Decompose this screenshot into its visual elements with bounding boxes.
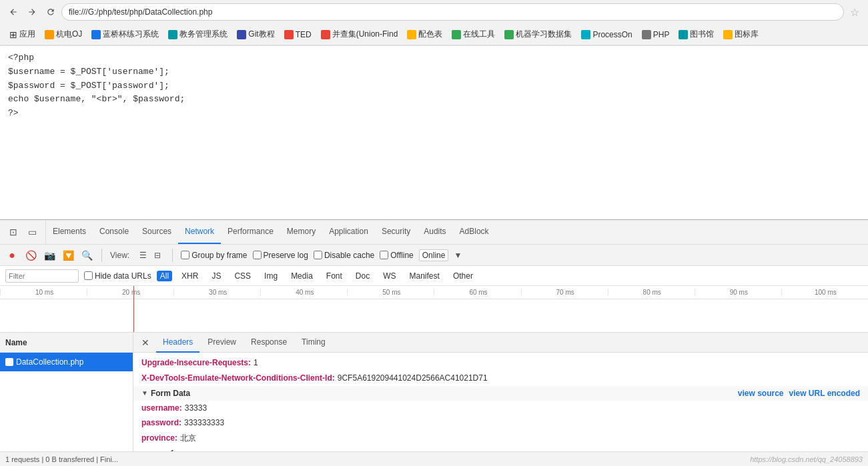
form-data-label: Form Data — [151, 389, 190, 398]
requests-count: 1 requests — [5, 455, 39, 463]
group-by-frame-checkbox[interactable] — [181, 251, 189, 259]
form-data-section-header[interactable]: ▼ Form Data view source view URL encoded — [133, 386, 868, 401]
bookmark-color[interactable]: 配色表 — [403, 27, 446, 42]
tab-performance[interactable]: Performance — [221, 220, 280, 244]
bookmark-ted[interactable]: TED — [280, 28, 316, 41]
header-upgrade-insecure: Upgrade-Insecure-Requests: 1 — [133, 355, 868, 371]
detail-tab-headers[interactable]: Headers — [156, 333, 199, 353]
detail-tab-response[interactable]: Response — [244, 333, 294, 353]
form-province-value: 北京 — [180, 433, 196, 444]
list-view-icon[interactable]: ☰ — [136, 249, 149, 262]
tab-network[interactable]: Network — [178, 220, 221, 244]
view-url-encoded-link[interactable]: view URL encoded — [789, 389, 860, 398]
bookmark-lanqiao[interactable]: 蓝桥杯练习系统 — [87, 27, 163, 42]
hide-data-urls-checkbox[interactable] — [84, 271, 93, 280]
bookmark-ml[interactable]: 机器学习数据集 — [500, 27, 576, 42]
disable-cache-text: Disable cache — [324, 251, 374, 260]
filter-type-doc[interactable]: Doc — [352, 271, 374, 281]
preserve-log-checkbox[interactable] — [253, 251, 262, 259]
disable-cache-checkbox[interactable] — [314, 251, 322, 259]
offline-label[interactable]: Offline — [380, 251, 413, 260]
filter-type-xhr[interactable]: XHR — [177, 271, 202, 281]
tick-5: 60 ms — [434, 289, 520, 296]
screenshot-button[interactable]: 📷 — [43, 249, 56, 262]
search-icon[interactable]: 🔍 — [80, 249, 93, 262]
preserve-log-label[interactable]: Preserve log — [253, 251, 308, 260]
bookmark-library[interactable]: 图书馆 — [675, 27, 718, 42]
filter-input[interactable] — [5, 269, 79, 283]
tab-elements[interactable]: Elements — [46, 220, 93, 244]
bookmark-tools-label: 在线工具 — [463, 29, 495, 40]
tab-console[interactable]: Console — [93, 220, 135, 244]
bookmark-ml-label: 机器学习数据集 — [516, 29, 572, 40]
filter-type-img[interactable]: Img — [260, 271, 282, 281]
bookmark-color-label: 配色表 — [418, 29, 442, 40]
transferred-size: 0 B transferred — [45, 455, 94, 463]
form-field-password: password: 333333333 — [133, 415, 868, 431]
bookmark-php[interactable]: PHP — [638, 28, 674, 41]
dropdown-arrow[interactable]: ▼ — [454, 251, 462, 260]
form-field-songs-1: songs: 1 — [133, 446, 868, 451]
offline-checkbox[interactable] — [380, 251, 388, 259]
close-detail-icon[interactable]: ✕ — [139, 336, 152, 349]
view-source-link[interactable]: view source — [738, 389, 784, 398]
devtools-tabs-row: ⊡ ▭ Elements Console Sources Network Per… — [0, 220, 868, 245]
tab-security[interactable]: Security — [375, 220, 417, 244]
bookmark-jiaowu[interactable]: 教务管理系统 — [164, 27, 232, 42]
filter-icon[interactable]: 🔽 — [61, 249, 75, 262]
offline-text: Offline — [390, 251, 413, 260]
back-button[interactable] — [5, 4, 21, 20]
forward-button[interactable] — [24, 4, 40, 20]
bookmark-jiaowu-label: 教务管理系统 — [179, 29, 228, 40]
tick-4: 50 ms — [347, 289, 434, 296]
tick-9: 100 ms — [781, 289, 868, 296]
bookmark-union[interactable]: 并查集(Union-Find — [317, 27, 402, 42]
detail-content: Upgrade-Insecure-Requests: 1 X-DevTools-… — [133, 353, 868, 451]
tab-audits[interactable]: Audits — [417, 220, 452, 244]
bookmark-library-label: 图书馆 — [690, 29, 714, 40]
timeline-body — [0, 299, 868, 333]
record-button[interactable]: ● — [5, 249, 19, 262]
tab-sources[interactable]: Sources — [135, 220, 178, 244]
form-field-province: province: 北京 — [133, 431, 868, 446]
bookmark-icons[interactable]: 图标库 — [719, 27, 763, 42]
tick-0: 10 ms — [0, 289, 87, 296]
bookmark-star[interactable]: ☆ — [847, 4, 863, 20]
filter-type-ws[interactable]: WS — [379, 271, 400, 281]
bookmark-hdoj[interactable]: 杭电OJ — [41, 27, 86, 42]
filter-type-media[interactable]: Media — [287, 271, 317, 281]
waterfall-view-icon[interactable]: ⊟ — [151, 249, 164, 262]
filter-type-font[interactable]: Font — [322, 271, 346, 281]
address-bar[interactable]: file:///G:/php/test/php/DataCollection.p… — [61, 3, 844, 21]
code-line-2: $username = $_POST['username']; — [8, 65, 860, 79]
hide-data-urls-label[interactable]: Hide data URLs — [84, 271, 151, 281]
filter-type-js[interactable]: JS — [207, 271, 225, 281]
filter-type-all[interactable]: All — [157, 271, 172, 281]
timeline: 10 ms 20 ms 30 ms 40 ms 50 ms 60 ms 70 m… — [0, 286, 868, 333]
separator — [101, 249, 102, 262]
bookmark-tools[interactable]: 在线工具 — [448, 27, 499, 42]
tab-memory[interactable]: Memory — [280, 220, 322, 244]
refresh-button[interactable] — [43, 4, 59, 20]
filter-type-css[interactable]: CSS — [230, 271, 255, 281]
detail-tab-preview[interactable]: Preview — [201, 333, 243, 353]
device-mode-icon[interactable]: ▭ — [24, 224, 40, 240]
bookmark-git[interactable]: Git教程 — [233, 27, 278, 42]
filter-bar: Hide data URLs All XHR JS CSS Img Media … — [0, 266, 868, 286]
filter-type-other[interactable]: Other — [449, 271, 477, 281]
group-by-frame-text: Group by frame — [191, 251, 247, 260]
filter-type-manifest[interactable]: Manifest — [406, 271, 444, 281]
tick-6: 70 ms — [521, 289, 608, 296]
clear-button[interactable]: 🚫 — [24, 249, 37, 262]
group-by-frame-label[interactable]: Group by frame — [181, 251, 247, 260]
inspect-element-icon[interactable]: ⊡ — [5, 224, 21, 240]
code-line-1: <?php — [8, 51, 860, 65]
form-username-value: 33333 — [185, 403, 207, 414]
file-item-datacollection[interactable]: DataCollection.php — [0, 353, 133, 371]
tab-application[interactable]: Application — [322, 220, 375, 244]
tab-adblock[interactable]: AdBlock — [453, 220, 496, 244]
disable-cache-label[interactable]: Disable cache — [314, 251, 374, 260]
bookmark-apps[interactable]: ⊞ 应用 — [5, 27, 39, 42]
bookmark-processon[interactable]: ProcessOn — [577, 28, 636, 41]
detail-tab-timing[interactable]: Timing — [295, 333, 332, 353]
